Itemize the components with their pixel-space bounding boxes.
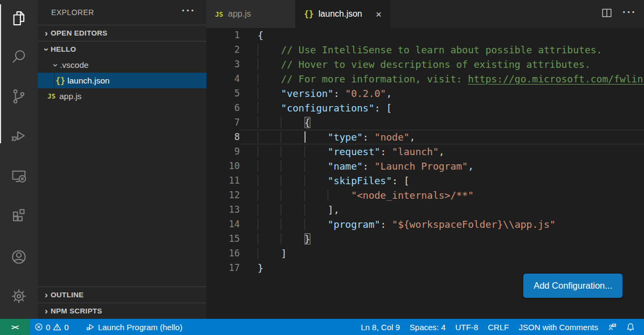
sidebar-more-actions-icon[interactable]: ··· bbox=[178, 8, 199, 17]
indent-guide bbox=[281, 204, 304, 215]
indent-guide bbox=[328, 190, 351, 201]
line-content: "request": "launch", bbox=[240, 144, 644, 159]
remote-explorer-icon[interactable] bbox=[0, 163, 38, 189]
json-file-icon: {} bbox=[304, 9, 314, 19]
line-content: "name": "Launch Program", bbox=[240, 159, 644, 173]
run-and-debug-icon[interactable] bbox=[0, 123, 38, 149]
editor-group: JSapp.js{}launch.json× ··· 1{2 // Use In… bbox=[206, 0, 644, 319]
code-line[interactable]: 12 "<node_internals>/**" bbox=[206, 188, 644, 203]
remote-indicator[interactable]: >< bbox=[0, 319, 30, 335]
code-line[interactable]: 13 ], bbox=[206, 203, 644, 217]
code-line[interactable]: 17} bbox=[206, 261, 644, 275]
indent-guide bbox=[281, 160, 304, 172]
line-content: ], bbox=[240, 203, 644, 217]
code-line[interactable]: 4 // For more information, visit: https:… bbox=[206, 72, 644, 86]
code-token: "launch" bbox=[392, 146, 439, 157]
code-line[interactable]: 1{ bbox=[206, 28, 644, 43]
line-number: 15 bbox=[206, 232, 240, 246]
code-token: "${workspaceFolder}\\app.js" bbox=[392, 219, 555, 230]
status-item-json-with-comments[interactable]: JSON with Comments bbox=[514, 319, 603, 335]
indent-guide bbox=[281, 175, 304, 186]
status-item-crlf[interactable]: CRLF bbox=[483, 319, 514, 335]
js-file-icon: JS bbox=[47, 92, 59, 100]
line-number: 3 bbox=[206, 57, 240, 72]
indent-guide bbox=[258, 204, 281, 215]
status-item-label: CRLF bbox=[488, 323, 509, 332]
settings-icon[interactable] bbox=[0, 283, 38, 309]
tree-item-launch.json[interactable]: {}launch.json bbox=[38, 73, 206, 88]
tree-item-open-editors[interactable]: ›OPEN EDITORS bbox=[38, 25, 206, 41]
chevron-right-icon: › bbox=[42, 291, 51, 299]
code-token: : [ bbox=[375, 102, 392, 114]
code-line[interactable]: 11 "skipFiles": [ bbox=[206, 173, 644, 188]
split-editor-icon[interactable] bbox=[601, 7, 613, 21]
status-item-ln-8-col-9[interactable]: Ln 8, Col 9 bbox=[356, 319, 405, 335]
code-token: "type" bbox=[328, 131, 363, 143]
code-token: // For more information, visit: bbox=[281, 73, 468, 85]
code-line[interactable]: 7 { bbox=[206, 115, 644, 130]
indent-guide bbox=[304, 131, 328, 143]
code-editor[interactable]: 1{2 // Use IntelliSense to learn about p… bbox=[206, 28, 644, 275]
editor-more-actions-icon[interactable]: ··· bbox=[622, 10, 636, 18]
close-tab-icon[interactable]: × bbox=[376, 9, 382, 19]
code-line[interactable]: 15 } bbox=[206, 232, 644, 246]
code-line[interactable]: 14 "program": "${workspaceFolder}\\app.j… bbox=[206, 217, 644, 232]
code-line[interactable]: 6 "configurations": [ bbox=[206, 101, 644, 115]
error-icon bbox=[34, 323, 43, 331]
tree-item-app.js[interactable]: JSapp.js bbox=[38, 88, 206, 104]
indent-guide bbox=[304, 204, 328, 215]
sidebar-bottom-sections: ›OUTLINE›NPM SCRIPTS bbox=[38, 287, 206, 319]
extensions-icon[interactable] bbox=[0, 203, 38, 228]
tree-item-outline[interactable]: ›OUTLINE bbox=[38, 287, 206, 303]
indent-guide bbox=[258, 146, 281, 157]
window-edge-highlight bbox=[0, 4, 1, 143]
feedback-status[interactable] bbox=[603, 319, 621, 335]
tree-item-npm-scripts[interactable]: ›NPM SCRIPTS bbox=[38, 303, 206, 319]
tab-label: launch.json bbox=[318, 9, 362, 19]
indent-guide bbox=[281, 190, 304, 201]
problems-status[interactable]: 0 0 bbox=[30, 319, 74, 335]
debug-config-label: Launch Program (hello) bbox=[98, 323, 183, 332]
code-token: https://go.microsoft.com/fwlink bbox=[468, 73, 644, 85]
code-token: ], bbox=[328, 204, 340, 215]
explorer-icon[interactable] bbox=[0, 5, 38, 31]
tab-launch.json[interactable]: {}launch.json× bbox=[295, 0, 390, 28]
source-control-icon[interactable] bbox=[0, 83, 38, 109]
tree-item-label: .vscode bbox=[60, 60, 88, 70]
code-line[interactable]: 8 "type": "node", bbox=[206, 130, 644, 144]
code-line[interactable]: 10 "name": "Launch Program", bbox=[206, 159, 644, 173]
code-line[interactable]: 5 "version": "0.2.0", bbox=[206, 86, 644, 101]
indent-guide bbox=[281, 117, 304, 128]
code-line[interactable]: 2 // Use IntelliSense to learn about pos… bbox=[206, 43, 644, 57]
indent-guide bbox=[258, 131, 281, 143]
remote-icon: >< bbox=[11, 323, 18, 331]
indent-guide bbox=[281, 131, 304, 143]
code-token: : bbox=[380, 219, 392, 230]
status-item-spaces-4[interactable]: Spaces: 4 bbox=[405, 319, 451, 335]
chevron-down-icon: › bbox=[51, 61, 60, 69]
add-configuration-button[interactable]: Add Configuration... bbox=[523, 274, 622, 298]
indent-guide bbox=[258, 219, 281, 230]
code-token: "request" bbox=[328, 146, 380, 157]
search-icon[interactable] bbox=[0, 44, 38, 70]
tab-bar: JSapp.js{}launch.json× ··· bbox=[206, 0, 644, 28]
tab-app.js[interactable]: JSapp.js bbox=[206, 0, 295, 28]
chevron-right-icon: › bbox=[42, 307, 51, 316]
accounts-icon[interactable] bbox=[0, 244, 38, 270]
indent-guide bbox=[258, 160, 281, 172]
status-item-utf-8[interactable]: UTF-8 bbox=[451, 319, 483, 335]
indent-guide bbox=[258, 88, 281, 99]
debug-launch-status[interactable]: Launch Program (hello) bbox=[81, 319, 188, 335]
tree-indent-guide bbox=[54, 73, 54, 88]
notifications-bell-status[interactable] bbox=[621, 319, 640, 335]
line-number: 2 bbox=[206, 43, 240, 57]
tree-item-label: OPEN EDITORS bbox=[51, 29, 107, 37]
line-number: 4 bbox=[206, 72, 240, 86]
code-line[interactable]: 3 // Hover to view descriptions of exist… bbox=[206, 57, 644, 72]
code-line[interactable]: 9 "request": "launch", bbox=[206, 144, 644, 159]
indent-guide bbox=[304, 160, 328, 172]
tree-item-.vscode[interactable]: ›.vscode bbox=[38, 57, 206, 73]
tree-item-hello[interactable]: ›HELLO bbox=[38, 41, 206, 57]
code-line[interactable]: 16 ] bbox=[206, 246, 644, 261]
indent-guide bbox=[281, 219, 304, 230]
